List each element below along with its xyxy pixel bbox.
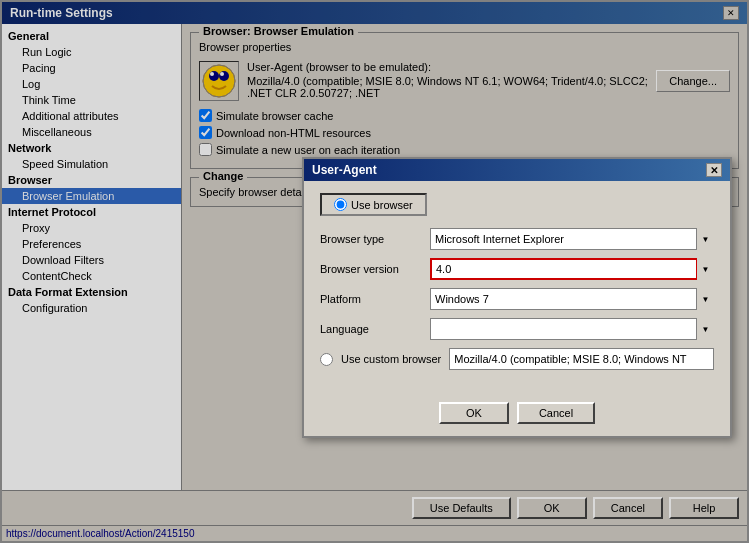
use-browser-radio[interactable]: [334, 198, 347, 211]
browser-version-label: Browser version: [320, 263, 430, 275]
modal-title: User-Agent: [312, 163, 377, 177]
use-custom-browser-radio[interactable]: [320, 353, 333, 366]
language-label: Language: [320, 323, 430, 335]
custom-browser-input[interactable]: [449, 348, 714, 370]
browser-type-select[interactable]: Microsoft Internet Explorer: [430, 228, 714, 250]
language-row: Language ▼: [320, 318, 714, 340]
modal-close-button[interactable]: ✕: [706, 163, 722, 177]
language-select-wrapper: ▼: [430, 318, 714, 340]
browser-version-row: Browser version 4.0 ▼: [320, 258, 714, 280]
platform-row: Platform Windows 7 ▼: [320, 288, 714, 310]
use-browser-label: Use browser: [351, 199, 413, 211]
platform-select-wrapper: Windows 7 ▼: [430, 288, 714, 310]
use-browser-radio-box[interactable]: Use browser: [320, 193, 427, 216]
custom-browser-row: Use custom browser: [320, 348, 714, 370]
modal-body: Use browser Browser type Microsoft Inter…: [304, 181, 730, 394]
modal-cancel-button[interactable]: Cancel: [517, 402, 595, 424]
browser-type-label: Browser type: [320, 233, 430, 245]
language-select[interactable]: [430, 318, 714, 340]
modal-footer: OK Cancel: [304, 394, 730, 436]
browser-version-select-wrapper: 4.0 ▼: [430, 258, 714, 280]
modal-ok-button[interactable]: OK: [439, 402, 509, 424]
platform-select[interactable]: Windows 7: [430, 288, 714, 310]
modal-dialog: User-Agent ✕ Use browser Browser type Mi…: [302, 157, 732, 438]
use-browser-row: Use browser: [320, 193, 714, 216]
use-custom-browser-label: Use custom browser: [341, 353, 441, 365]
main-window: Run-time Settings ✕ General Run Logic Pa…: [0, 0, 749, 543]
modal-title-bar: User-Agent ✕: [304, 159, 730, 181]
browser-version-select[interactable]: 4.0: [430, 258, 714, 280]
browser-type-select-wrapper: Microsoft Internet Explorer ▼: [430, 228, 714, 250]
browser-type-row: Browser type Microsoft Internet Explorer…: [320, 228, 714, 250]
platform-label: Platform: [320, 293, 430, 305]
